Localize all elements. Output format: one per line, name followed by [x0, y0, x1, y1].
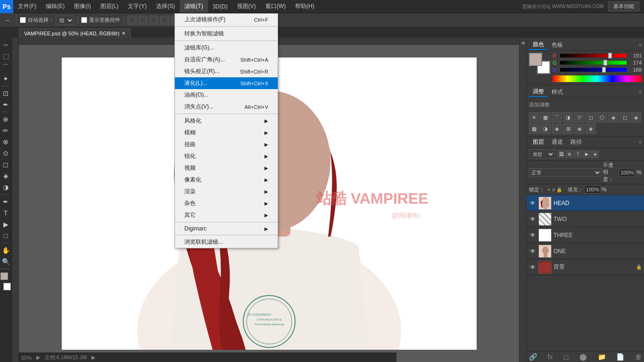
align-btn-1[interactable]: ⬛ [127, 16, 137, 25]
layer-link-button[interactable]: 🔗 [529, 353, 537, 361]
filter-lens-item[interactable]: 镜头校正(R)... Shift+Ctrl+R [175, 66, 278, 77]
type-tool[interactable]: T [0, 208, 11, 218]
hsl-icon[interactable]: ◻ [586, 112, 596, 123]
filter-icon-5[interactable]: ◈ [591, 150, 599, 158]
eyedropper-tool[interactable]: ✒ [0, 99, 11, 110]
filter-vanishing-item[interactable]: 消失点(V)... Alt+Ctrl+V [175, 101, 278, 113]
move-tool[interactable]: ↔ [0, 40, 11, 50]
transform-checkbox[interactable] [81, 17, 87, 23]
exposure-icon[interactable]: ◑ [563, 112, 573, 123]
red-slider-thumb[interactable] [608, 53, 612, 58]
layer-new-button[interactable]: 📄 [616, 353, 624, 361]
selective-color-icon[interactable]: ◈ [586, 123, 596, 134]
quick-select-tool[interactable]: ✦ [0, 74, 11, 84]
layer-delete-button[interactable]: 🗑 [635, 353, 642, 361]
vibrance-icon[interactable]: ▽ [574, 112, 585, 123]
align-btn-3[interactable]: ⬛ [149, 16, 158, 25]
bw-icon[interactable]: ◈ [608, 112, 619, 123]
layer-one[interactable]: 👁 ONE [527, 243, 644, 259]
menu-filter[interactable]: 滤镜(T) [180, 0, 207, 13]
color-swatches-tool[interactable] [0, 272, 11, 290]
layer-type-filter[interactable]: 类型 [529, 149, 555, 159]
path-select-tool[interactable]: ▶ [0, 219, 11, 230]
filter-sharpen-item[interactable]: 锐化 ▶ [175, 150, 278, 162]
layer-fx-button[interactable]: fx [548, 353, 553, 361]
shape-tool[interactable]: □ [0, 230, 11, 241]
color-panel-menu[interactable]: ≡ [639, 42, 642, 48]
color-tab[interactable]: 颜色 [529, 40, 548, 50]
filter-digimarc-item[interactable]: Digimarc ▶ [175, 223, 278, 234]
layers-tab[interactable]: 图层 [529, 138, 548, 146]
layer-one-visibility[interactable]: 👁 [529, 247, 537, 255]
menu-window[interactable]: 窗口(W) [261, 0, 290, 13]
menu-3d[interactable]: 3D(D) [208, 0, 232, 13]
selection-tool[interactable]: ⬚ [0, 51, 11, 61]
blue-slider-thumb[interactable] [602, 67, 606, 73]
menu-layer[interactable]: 图层(L) [96, 0, 124, 13]
style-tab[interactable]: 样式 [548, 87, 567, 97]
zoom-tool[interactable]: 🔍 [0, 256, 11, 267]
layer-adjust-button[interactable]: ⬤ [579, 353, 587, 361]
menu-text[interactable]: 文字(Y) [123, 0, 151, 13]
filter-liquify-item[interactable]: 液化(L)... Shift+Ctrl+X [175, 77, 278, 89]
move-tool-options[interactable]: ↔ [2, 15, 13, 25]
opacity-input[interactable] [619, 168, 635, 177]
red-slider[interactable] [560, 54, 627, 58]
menu-select[interactable]: 选择(S) [151, 0, 180, 13]
auto-select-dropdown[interactable]: 组 [56, 16, 74, 25]
layer-mask-button[interactable]: ◻ [563, 353, 569, 361]
document-tab[interactable]: VAMPIREE.psd @ 50% (HEAD, RGB/8#) ✕ [19, 28, 131, 38]
levels-icon[interactable]: ▦ [540, 112, 551, 123]
lasso-tool[interactable]: ⌒ [0, 62, 11, 73]
filter-oilpaint-item[interactable]: 油画(O)... [175, 89, 278, 101]
workspace-button[interactable]: 基本功能 [608, 1, 639, 11]
green-slider-thumb[interactable] [603, 60, 607, 66]
green-slider[interactable] [560, 61, 627, 65]
brightness-icon[interactable]: ☀ [529, 112, 539, 123]
colorbalance-icon[interactable]: ⬡ [597, 112, 607, 123]
blend-mode-select[interactable]: 正常 [529, 168, 602, 177]
hand-tool[interactable]: ✋ [0, 245, 11, 255]
invert-icon[interactable]: ◑ [540, 123, 551, 134]
filter-other-item[interactable]: 其它 ▶ [175, 209, 278, 221]
channels-tab[interactable]: 通道 [548, 138, 567, 146]
layer-head-visibility[interactable]: 👁 [529, 199, 537, 207]
filter-icon-2[interactable]: ⊕ [566, 150, 573, 158]
filter-video-item[interactable]: 视频 ▶ [175, 162, 278, 174]
crop-tool[interactable]: ⊡ [0, 88, 11, 99]
lock-position-icon[interactable]: ⊕ [552, 187, 555, 192]
paths-tab[interactable]: 路径 [567, 138, 586, 146]
filter-gallery-item[interactable]: 滤镜库(G)... [175, 42, 278, 54]
menu-view[interactable]: 视图(V) [232, 0, 261, 13]
filter-noise-item[interactable]: 杂色 ▶ [175, 197, 278, 209]
menu-help[interactable]: 帮助(H) [290, 0, 319, 13]
pen-tool[interactable]: ✒ [0, 197, 11, 207]
align-btn-4[interactable]: ⬛ [160, 16, 169, 25]
lock-all-icon[interactable]: 🔒 [556, 187, 562, 192]
brush-tool[interactable]: ✏ [0, 125, 11, 136]
adjust-tab[interactable]: 调整 [529, 87, 548, 97]
layer-three-visibility[interactable]: 👁 [529, 231, 537, 239]
auto-select-checkbox[interactable] [20, 17, 26, 23]
gradient-tool[interactable]: ◈ [0, 171, 11, 181]
align-btn-2[interactable]: ⬛ [138, 16, 148, 25]
fg-color-swatch[interactable] [0, 272, 8, 280]
color-gradient-bar[interactable] [553, 75, 642, 82]
colorlookup-icon[interactable]: ▦ [529, 123, 539, 134]
swatches-tab[interactable]: 色板 [548, 40, 567, 50]
bg-color-swatch[interactable] [3, 283, 11, 290]
layer-head[interactable]: 👁 HEAD [527, 195, 644, 211]
dodge-tool[interactable]: ◑ [0, 182, 11, 192]
filter-icon-4[interactable]: ▶ [583, 150, 590, 158]
layer-two-visibility[interactable]: 👁 [529, 215, 537, 223]
layer-group-button[interactable]: 📁 [598, 353, 606, 361]
blue-slider[interactable] [560, 68, 627, 72]
menu-edit[interactable]: 编辑(E) [41, 0, 69, 13]
layers-panel-menu[interactable]: ≡ [639, 140, 642, 145]
threshold-icon[interactable]: ⊞ [563, 123, 573, 134]
lock-pixel-icon[interactable]: ✦ [547, 187, 551, 192]
menu-image[interactable]: 图像(I) [69, 0, 95, 13]
filter-last-item[interactable]: 上次滤镜操作(F) Ctrl+F [175, 14, 278, 25]
layer-two[interactable]: 👁 TWO [527, 211, 644, 227]
layer-background-visibility[interactable]: 👁 [529, 263, 537, 271]
